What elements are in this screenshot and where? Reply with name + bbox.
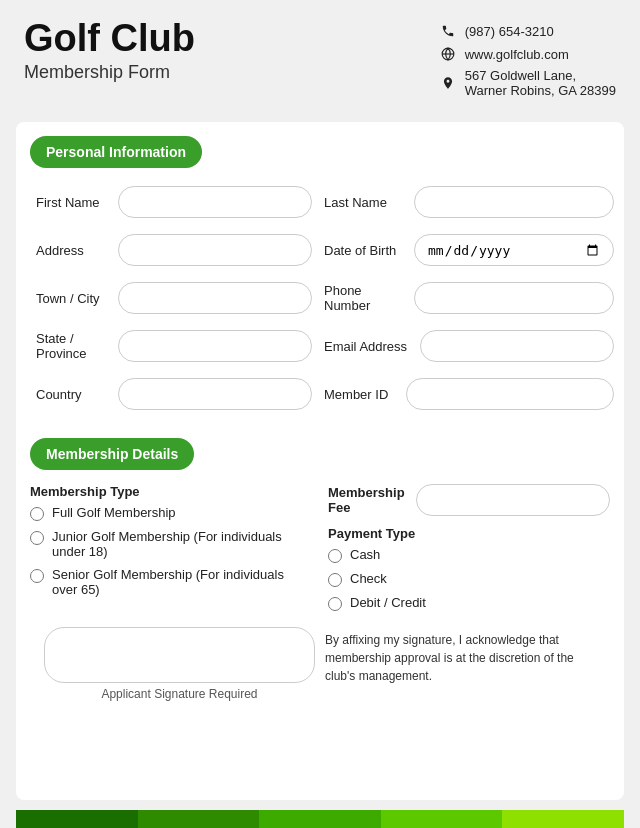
signature-label: Applicant Signature Required bbox=[44, 687, 315, 701]
phone-number-input[interactable] bbox=[414, 282, 614, 314]
town-city-field: Town / City bbox=[30, 274, 318, 322]
radio-full-golf-input[interactable] bbox=[30, 507, 44, 521]
phone-number-label: PhoneNumber bbox=[324, 283, 404, 313]
membership-type-label: Membership Type bbox=[30, 484, 312, 499]
radio-full-golf-label: Full Golf Membership bbox=[52, 505, 176, 520]
last-name-input[interactable] bbox=[414, 186, 614, 218]
country-field: Country bbox=[30, 370, 318, 418]
email-field: Email Address bbox=[318, 322, 620, 370]
signature-right: By affixing my signature, I acknowledge … bbox=[325, 627, 596, 701]
website-row: www.golfclub.com bbox=[439, 45, 616, 63]
first-name-field: First Name bbox=[30, 178, 318, 226]
member-id-label: Member ID bbox=[324, 387, 396, 402]
address-input[interactable] bbox=[118, 234, 312, 266]
radio-debit-credit-label: Debit / Credit bbox=[350, 595, 426, 610]
header-left: Golf Club Membership Form bbox=[24, 18, 195, 83]
dob-input[interactable] bbox=[414, 234, 614, 266]
radio-debit-credit: Debit / Credit bbox=[328, 595, 610, 611]
town-city-input[interactable] bbox=[118, 282, 312, 314]
country-label: Country bbox=[36, 387, 108, 402]
footer-segment-5 bbox=[502, 810, 624, 828]
radio-junior-golf-label: Junior Golf Membership (For individuals … bbox=[52, 529, 312, 559]
personal-section: Personal Information First Name Last Nam… bbox=[16, 122, 624, 418]
last-name-label: Last Name bbox=[324, 195, 404, 210]
signature-note: By affixing my signature, I acknowledge … bbox=[325, 627, 596, 685]
membership-section-header: Membership Details bbox=[30, 438, 194, 470]
page: Golf Club Membership Form (987) 654-3210… bbox=[0, 0, 640, 828]
email-label: Email Address bbox=[324, 339, 410, 354]
radio-junior-golf-input[interactable] bbox=[30, 531, 44, 545]
signature-row: Applicant Signature Required By affixing… bbox=[30, 619, 610, 705]
member-id-input[interactable] bbox=[406, 378, 614, 410]
address-field: Address bbox=[30, 226, 318, 274]
page-title: Golf Club bbox=[24, 18, 195, 60]
radio-check-input[interactable] bbox=[328, 573, 342, 587]
membership-grid: Membership Type Full Golf Membership Jun… bbox=[30, 480, 610, 619]
personal-fields-grid: First Name Last Name Address Date of Bir… bbox=[16, 178, 624, 418]
dob-label: Date of Birth bbox=[324, 243, 404, 258]
address-label: Address bbox=[36, 243, 108, 258]
radio-check: Check bbox=[328, 571, 610, 587]
footer-bar bbox=[16, 810, 624, 828]
footer-segment-4 bbox=[381, 810, 503, 828]
phone-icon bbox=[439, 22, 457, 40]
radio-cash-input[interactable] bbox=[328, 549, 342, 563]
dob-field: Date of Birth bbox=[318, 226, 620, 274]
last-name-field: Last Name bbox=[318, 178, 620, 226]
state-province-field: State /Province bbox=[30, 322, 318, 370]
town-city-label: Town / City bbox=[36, 291, 108, 306]
radio-senior-golf: Senior Golf Membership (For individuals … bbox=[30, 567, 312, 597]
address-row: 567 Goldwell Lane, Warner Robins, GA 283… bbox=[439, 68, 616, 98]
header: Golf Club Membership Form (987) 654-3210… bbox=[0, 0, 640, 112]
state-province-label: State /Province bbox=[36, 331, 108, 361]
membership-content: Membership Type Full Golf Membership Jun… bbox=[16, 480, 624, 705]
radio-cash: Cash bbox=[328, 547, 610, 563]
radio-check-label: Check bbox=[350, 571, 387, 586]
personal-section-header: Personal Information bbox=[30, 136, 202, 168]
phone-row: (987) 654-3210 bbox=[439, 22, 616, 40]
radio-senior-golf-label: Senior Golf Membership (For individuals … bbox=[52, 567, 312, 597]
footer-segment-3 bbox=[259, 810, 381, 828]
phone-text: (987) 654-3210 bbox=[465, 24, 554, 39]
first-name-input[interactable] bbox=[118, 186, 312, 218]
first-name-label: First Name bbox=[36, 195, 108, 210]
signature-left: Applicant Signature Required bbox=[44, 627, 315, 701]
membership-section: Membership Details Membership Type Full … bbox=[16, 424, 624, 705]
member-id-field: Member ID bbox=[318, 370, 620, 418]
membership-fee-row: MembershipFee bbox=[328, 484, 610, 516]
radio-cash-label: Cash bbox=[350, 547, 380, 562]
membership-type-column: Membership Type Full Golf Membership Jun… bbox=[30, 480, 320, 619]
address-text: 567 Goldwell Lane, Warner Robins, GA 283… bbox=[465, 68, 616, 98]
country-input[interactable] bbox=[118, 378, 312, 410]
footer-segment-1 bbox=[16, 810, 138, 828]
state-province-input[interactable] bbox=[118, 330, 312, 362]
radio-debit-credit-input[interactable] bbox=[328, 597, 342, 611]
radio-junior-golf: Junior Golf Membership (For individuals … bbox=[30, 529, 312, 559]
radio-senior-golf-input[interactable] bbox=[30, 569, 44, 583]
footer-segment-2 bbox=[138, 810, 260, 828]
signature-box[interactable] bbox=[44, 627, 315, 683]
page-subtitle: Membership Form bbox=[24, 62, 195, 83]
phone-number-field: PhoneNumber bbox=[318, 274, 620, 322]
email-input[interactable] bbox=[420, 330, 614, 362]
membership-right-column: MembershipFee Payment Type Cash Check bbox=[320, 480, 610, 619]
membership-fee-label: MembershipFee bbox=[328, 485, 406, 515]
header-contact: (987) 654-3210 www.golfclub.com 567 Gold… bbox=[439, 22, 616, 98]
location-icon bbox=[439, 74, 457, 92]
payment-type-label: Payment Type bbox=[328, 526, 610, 541]
membership-fee-input[interactable] bbox=[416, 484, 610, 516]
form-body: Personal Information First Name Last Nam… bbox=[16, 122, 624, 800]
radio-full-golf: Full Golf Membership bbox=[30, 505, 312, 521]
website-text: www.golfclub.com bbox=[465, 47, 569, 62]
globe-icon bbox=[439, 45, 457, 63]
